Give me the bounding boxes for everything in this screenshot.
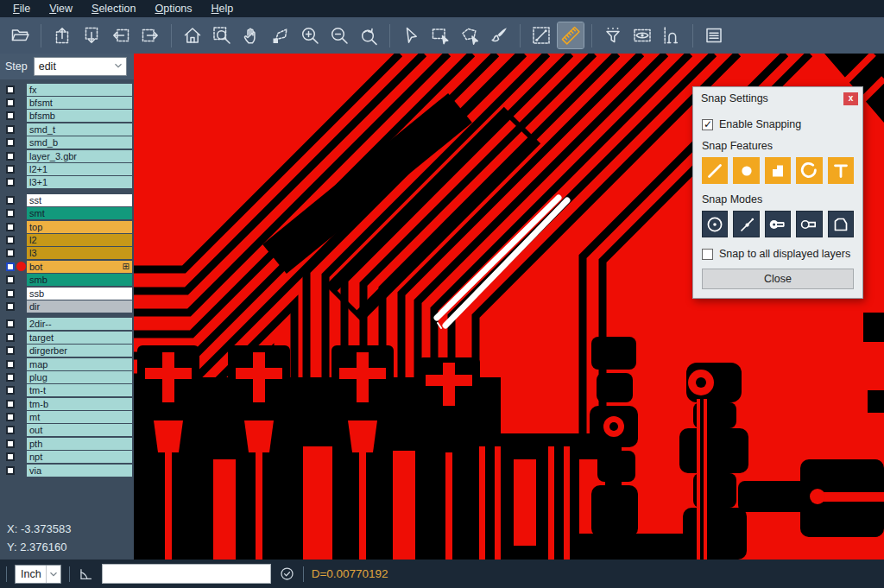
layer-name[interactable]: smb xyxy=(27,274,132,286)
layer-visibility-checkbox[interactable] xyxy=(6,249,15,257)
layer-visibility-checkbox[interactable] xyxy=(6,439,15,448)
menu-view[interactable]: View xyxy=(40,3,82,15)
polygon-select-icon[interactable] xyxy=(457,22,483,48)
layer-name[interactable]: bot⊞ xyxy=(27,261,132,273)
select-cursor-icon[interactable] xyxy=(398,22,424,48)
all-layers-checkbox[interactable] xyxy=(702,249,713,260)
layer-visibility-checkbox[interactable] xyxy=(6,138,15,147)
layer-name[interactable]: fx xyxy=(27,84,132,96)
layer-name[interactable]: 2dir-- xyxy=(27,318,132,330)
layer-visibility-checkbox[interactable] xyxy=(6,319,15,328)
layer-name[interactable]: smt xyxy=(27,207,132,219)
measure-input[interactable] xyxy=(102,564,271,584)
layer-visibility-checkbox[interactable] xyxy=(6,302,15,311)
layer-visibility-checkbox[interactable] xyxy=(6,209,15,218)
layer-name[interactable]: plug xyxy=(27,371,132,383)
layer-name[interactable]: dirgerber xyxy=(27,345,132,357)
snap-surface-icon[interactable] xyxy=(765,157,791,184)
layer-name[interactable]: top xyxy=(27,221,132,233)
zoom-window-icon[interactable] xyxy=(209,22,235,48)
dialog-title-bar[interactable]: Snap Settings x xyxy=(693,87,862,110)
layer-name[interactable]: tm-b xyxy=(27,398,132,410)
layer-name[interactable]: bfsmt xyxy=(27,97,132,109)
layer-visibility-checkbox[interactable] xyxy=(6,386,15,395)
layer-visibility-checkbox[interactable] xyxy=(6,152,15,161)
zoom-home-icon[interactable] xyxy=(180,22,205,48)
enable-snapping-checkbox[interactable] xyxy=(702,119,713,130)
snap-pad-outline-icon[interactable] xyxy=(796,211,822,237)
zoom-polygon-icon[interactable] xyxy=(268,22,294,48)
snap-midpoint-icon[interactable] xyxy=(733,211,759,237)
layer-visibility-checkbox[interactable] xyxy=(6,373,15,382)
pan-hand-icon[interactable] xyxy=(238,22,264,48)
snap-pad-icon[interactable] xyxy=(733,157,759,184)
layer-visibility-checkbox[interactable] xyxy=(6,98,15,107)
shift-view-up-icon[interactable] xyxy=(49,22,75,48)
layer-name[interactable]: map xyxy=(27,358,132,370)
layer-name[interactable]: tm-t xyxy=(27,384,132,396)
dialog-close-icon[interactable]: x xyxy=(843,92,858,105)
layer-name[interactable]: l2 xyxy=(27,234,132,246)
layer-visibility-checkbox[interactable] xyxy=(6,346,15,355)
layer-name[interactable]: via xyxy=(27,465,132,477)
shift-view-left-icon[interactable] xyxy=(108,22,134,48)
snap-center-icon[interactable] xyxy=(702,211,728,237)
layer-visibility-checkbox[interactable] xyxy=(6,426,15,434)
layer-name[interactable]: layer_3.gbr xyxy=(27,150,132,162)
layer-visibility-checkbox[interactable] xyxy=(6,452,15,461)
layer-visibility-checkbox[interactable] xyxy=(6,196,15,205)
filter-icon[interactable] xyxy=(600,22,626,48)
open-file-icon[interactable] xyxy=(7,22,33,48)
layer-name[interactable]: dir xyxy=(27,300,132,313)
step-select[interactable]: edit xyxy=(34,57,127,76)
rectangle-select-icon[interactable] xyxy=(427,22,453,48)
layer-visibility-checkbox[interactable] xyxy=(6,165,15,174)
layer-name[interactable]: sst xyxy=(27,194,132,206)
layer-visibility-checkbox[interactable] xyxy=(6,178,15,187)
layer-name[interactable]: ssb xyxy=(27,288,132,300)
menu-selection[interactable]: Selection xyxy=(82,3,145,15)
layer-visibility-checkbox[interactable] xyxy=(6,125,15,134)
angle-icon[interactable] xyxy=(78,566,94,582)
shift-view-right-icon[interactable] xyxy=(137,22,163,48)
shift-view-down-icon[interactable] xyxy=(79,22,104,48)
circle-check-icon[interactable] xyxy=(279,566,295,582)
measure-distance-icon[interactable] xyxy=(528,22,554,48)
layer-visibility-checkbox[interactable] xyxy=(6,413,15,421)
layer-name[interactable]: mt xyxy=(27,411,132,423)
layer-name[interactable]: smd_b xyxy=(27,136,132,149)
snap-arc-icon[interactable] xyxy=(796,157,822,184)
layer-name[interactable]: l3+1 xyxy=(27,176,132,188)
layer-name[interactable]: bfsmb xyxy=(27,110,132,122)
layer-name[interactable]: smd_t xyxy=(27,123,132,136)
layer-name[interactable]: target xyxy=(27,332,132,344)
layer-visibility-checkbox[interactable] xyxy=(6,400,15,408)
menu-file[interactable]: File xyxy=(3,3,40,15)
snap-line-icon[interactable] xyxy=(702,157,728,184)
zoom-previous-icon[interactable] xyxy=(356,22,382,48)
layer-name[interactable]: l2+1 xyxy=(27,163,132,175)
layer-visibility-checkbox[interactable] xyxy=(6,275,15,284)
layer-name[interactable]: pth xyxy=(27,438,132,450)
layer-name[interactable]: out xyxy=(27,424,132,436)
layers-panel-icon[interactable] xyxy=(701,22,727,48)
unit-select[interactable]: Inch xyxy=(15,565,61,584)
layer-name[interactable]: l3 xyxy=(27,247,132,259)
measure-ruler-icon[interactable] xyxy=(558,22,584,48)
zoom-in-icon[interactable] xyxy=(297,22,323,48)
layer-visibility-checkbox[interactable] xyxy=(6,333,15,342)
layer-visibility-checkbox[interactable] xyxy=(6,85,15,94)
snap-contour-icon[interactable] xyxy=(828,211,854,237)
close-button[interactable]: Close xyxy=(702,269,854,289)
layer-visibility-checkbox[interactable] xyxy=(6,262,15,271)
layer-visibility-checkbox[interactable] xyxy=(6,236,15,244)
view-options-icon[interactable] xyxy=(629,22,655,48)
snap-settings-icon[interactable] xyxy=(659,22,685,48)
menu-help[interactable]: Help xyxy=(202,3,243,15)
menu-options[interactable]: Options xyxy=(145,3,201,15)
layer-visibility-checkbox[interactable] xyxy=(6,111,15,120)
layer-visibility-checkbox[interactable] xyxy=(6,289,15,298)
layer-visibility-checkbox[interactable] xyxy=(6,223,15,231)
brush-select-icon[interactable] xyxy=(486,22,512,48)
layer-visibility-checkbox[interactable] xyxy=(6,360,15,369)
